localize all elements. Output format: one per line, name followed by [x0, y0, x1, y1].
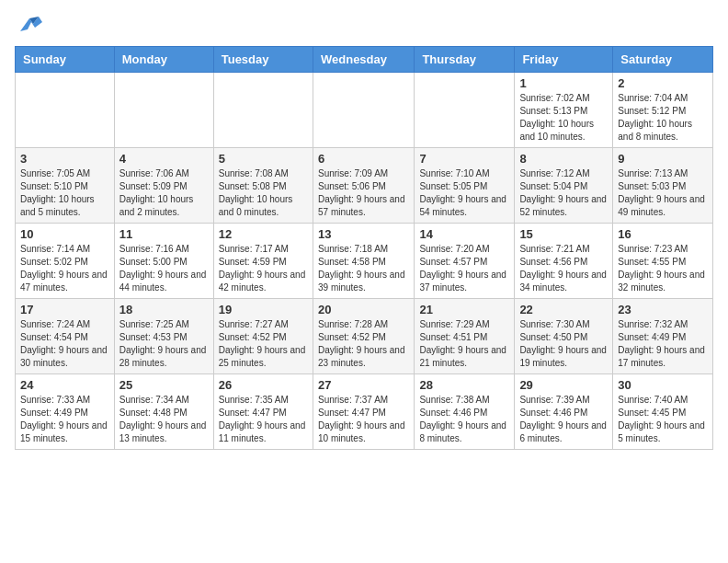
day-info: Sunrise: 7:17 AM Sunset: 4:59 PM Dayligh…: [219, 243, 308, 294]
day-info: Sunrise: 7:38 AM Sunset: 4:46 PM Dayligh…: [419, 394, 509, 445]
calendar-header-monday: Monday: [114, 47, 213, 73]
day-info: Sunrise: 7:09 AM Sunset: 5:06 PM Dayligh…: [318, 167, 409, 219]
day-number: 16: [618, 227, 708, 241]
day-number: 11: [119, 227, 209, 241]
day-number: 15: [519, 227, 608, 241]
calendar-cell: [415, 73, 515, 148]
day-info: Sunrise: 7:14 AM Sunset: 5:02 PM Dayligh…: [20, 243, 109, 294]
calendar-header-sunday: Sunday: [16, 47, 115, 73]
day-number: 19: [219, 303, 308, 316]
calendar-week-row: 10Sunrise: 7:14 AM Sunset: 5:02 PM Dayli…: [16, 224, 713, 299]
calendar-cell: [16, 73, 115, 148]
day-number: 2: [618, 76, 708, 90]
calendar-cell: 23Sunrise: 7:32 AM Sunset: 4:49 PM Dayli…: [613, 299, 713, 374]
calendar-week-row: 24Sunrise: 7:33 AM Sunset: 4:49 PM Dayli…: [16, 374, 713, 450]
calendar-header-tuesday: Tuesday: [213, 47, 313, 73]
calendar-cell: 30Sunrise: 7:40 AM Sunset: 4:45 PM Dayli…: [613, 374, 713, 450]
day-number: 18: [119, 303, 209, 316]
calendar-cell: [114, 73, 213, 148]
day-info: Sunrise: 7:23 AM Sunset: 4:55 PM Dayligh…: [618, 243, 708, 294]
day-number: 7: [419, 152, 509, 166]
logo-bird-icon: [17, 15, 42, 35]
day-info: Sunrise: 7:39 AM Sunset: 4:46 PM Dayligh…: [519, 394, 608, 445]
day-number: 25: [119, 378, 209, 392]
calendar-table: SundayMondayTuesdayWednesdayThursdayFrid…: [15, 46, 713, 450]
calendar-cell: 28Sunrise: 7:38 AM Sunset: 4:46 PM Dayli…: [415, 374, 515, 450]
day-info: Sunrise: 7:35 AM Sunset: 4:47 PM Dayligh…: [219, 394, 308, 445]
day-info: Sunrise: 7:34 AM Sunset: 4:48 PM Dayligh…: [119, 394, 209, 445]
calendar-cell: 22Sunrise: 7:30 AM Sunset: 4:50 PM Dayli…: [515, 299, 613, 374]
calendar-cell: 21Sunrise: 7:29 AM Sunset: 4:51 PM Dayli…: [415, 299, 515, 374]
calendar-cell: 25Sunrise: 7:34 AM Sunset: 4:48 PM Dayli…: [114, 374, 213, 450]
logo: [15, 15, 42, 35]
day-info: Sunrise: 7:16 AM Sunset: 5:00 PM Dayligh…: [119, 243, 209, 294]
day-info: Sunrise: 7:25 AM Sunset: 4:53 PM Dayligh…: [119, 318, 209, 370]
calendar-cell: 1Sunrise: 7:02 AM Sunset: 5:13 PM Daylig…: [515, 73, 613, 148]
day-number: 29: [519, 378, 608, 392]
calendar-week-row: 17Sunrise: 7:24 AM Sunset: 4:54 PM Dayli…: [16, 299, 713, 374]
calendar-header-wednesday: Wednesday: [313, 47, 414, 73]
day-info: Sunrise: 7:21 AM Sunset: 4:56 PM Dayligh…: [519, 243, 608, 294]
calendar-header-thursday: Thursday: [415, 47, 515, 73]
day-info: Sunrise: 7:08 AM Sunset: 5:08 PM Dayligh…: [219, 167, 308, 219]
calendar-cell: 2Sunrise: 7:04 AM Sunset: 5:12 PM Daylig…: [613, 73, 713, 148]
day-info: Sunrise: 7:02 AM Sunset: 5:13 PM Dayligh…: [519, 92, 608, 144]
day-info: Sunrise: 7:33 AM Sunset: 4:49 PM Dayligh…: [20, 394, 109, 445]
calendar-cell: 11Sunrise: 7:16 AM Sunset: 5:00 PM Dayli…: [114, 224, 213, 299]
calendar-cell: 12Sunrise: 7:17 AM Sunset: 4:59 PM Dayli…: [213, 224, 313, 299]
calendar-header-friday: Friday: [515, 47, 613, 73]
day-info: Sunrise: 7:30 AM Sunset: 4:50 PM Dayligh…: [519, 318, 608, 370]
day-info: Sunrise: 7:05 AM Sunset: 5:10 PM Dayligh…: [20, 167, 109, 219]
day-info: Sunrise: 7:06 AM Sunset: 5:09 PM Dayligh…: [119, 167, 209, 219]
day-info: Sunrise: 7:40 AM Sunset: 4:45 PM Dayligh…: [618, 394, 708, 445]
calendar-cell: 6Sunrise: 7:09 AM Sunset: 5:06 PM Daylig…: [313, 148, 414, 224]
day-number: 20: [318, 303, 409, 316]
calendar-cell: 19Sunrise: 7:27 AM Sunset: 4:52 PM Dayli…: [213, 299, 313, 374]
calendar-cell: 13Sunrise: 7:18 AM Sunset: 4:58 PM Dayli…: [313, 224, 414, 299]
day-info: Sunrise: 7:27 AM Sunset: 4:52 PM Dayligh…: [219, 318, 308, 370]
calendar-cell: [213, 73, 313, 148]
calendar-cell: 5Sunrise: 7:08 AM Sunset: 5:08 PM Daylig…: [213, 148, 313, 224]
day-info: Sunrise: 7:32 AM Sunset: 4:49 PM Dayligh…: [618, 318, 708, 370]
calendar-cell: 10Sunrise: 7:14 AM Sunset: 5:02 PM Dayli…: [16, 224, 115, 299]
day-info: Sunrise: 7:29 AM Sunset: 4:51 PM Dayligh…: [419, 318, 509, 370]
day-info: Sunrise: 7:12 AM Sunset: 5:04 PM Dayligh…: [519, 167, 608, 219]
calendar-cell: 29Sunrise: 7:39 AM Sunset: 4:46 PM Dayli…: [515, 374, 613, 450]
page-header: [15, 15, 713, 35]
day-number: 9: [618, 152, 708, 166]
day-number: 17: [20, 303, 109, 316]
day-number: 24: [20, 378, 109, 392]
calendar-cell: 16Sunrise: 7:23 AM Sunset: 4:55 PM Dayli…: [613, 224, 713, 299]
calendar-cell: 26Sunrise: 7:35 AM Sunset: 4:47 PM Dayli…: [213, 374, 313, 450]
day-number: 14: [419, 227, 509, 241]
calendar-header-row: SundayMondayTuesdayWednesdayThursdayFrid…: [16, 47, 713, 73]
day-number: 5: [219, 152, 308, 166]
day-number: 4: [119, 152, 209, 166]
day-info: Sunrise: 7:18 AM Sunset: 4:58 PM Dayligh…: [318, 243, 409, 294]
calendar-cell: 4Sunrise: 7:06 AM Sunset: 5:09 PM Daylig…: [114, 148, 213, 224]
day-number: 26: [219, 378, 308, 392]
day-number: 1: [519, 76, 608, 90]
day-info: Sunrise: 7:28 AM Sunset: 4:52 PM Dayligh…: [318, 318, 409, 370]
calendar-week-row: 3Sunrise: 7:05 AM Sunset: 5:10 PM Daylig…: [16, 148, 713, 224]
day-info: Sunrise: 7:24 AM Sunset: 4:54 PM Dayligh…: [20, 318, 109, 370]
day-info: Sunrise: 7:20 AM Sunset: 4:57 PM Dayligh…: [419, 243, 509, 294]
day-number: 21: [419, 303, 509, 316]
calendar-cell: 8Sunrise: 7:12 AM Sunset: 5:04 PM Daylig…: [515, 148, 613, 224]
day-number: 12: [219, 227, 308, 241]
calendar-header-saturday: Saturday: [613, 47, 713, 73]
day-number: 8: [519, 152, 608, 166]
day-info: Sunrise: 7:10 AM Sunset: 5:05 PM Dayligh…: [419, 167, 509, 219]
calendar-cell: 27Sunrise: 7:37 AM Sunset: 4:47 PM Dayli…: [313, 374, 414, 450]
day-number: 13: [318, 227, 409, 241]
day-number: 3: [20, 152, 109, 166]
day-number: 27: [318, 378, 409, 392]
calendar-cell: 3Sunrise: 7:05 AM Sunset: 5:10 PM Daylig…: [16, 148, 115, 224]
calendar-cell: 20Sunrise: 7:28 AM Sunset: 4:52 PM Dayli…: [313, 299, 414, 374]
calendar-cell: 24Sunrise: 7:33 AM Sunset: 4:49 PM Dayli…: [16, 374, 115, 450]
calendar-cell: [313, 73, 414, 148]
day-info: Sunrise: 7:04 AM Sunset: 5:12 PM Dayligh…: [618, 92, 708, 144]
day-number: 22: [519, 303, 608, 316]
calendar-cell: 17Sunrise: 7:24 AM Sunset: 4:54 PM Dayli…: [16, 299, 115, 374]
day-info: Sunrise: 7:37 AM Sunset: 4:47 PM Dayligh…: [318, 394, 409, 445]
